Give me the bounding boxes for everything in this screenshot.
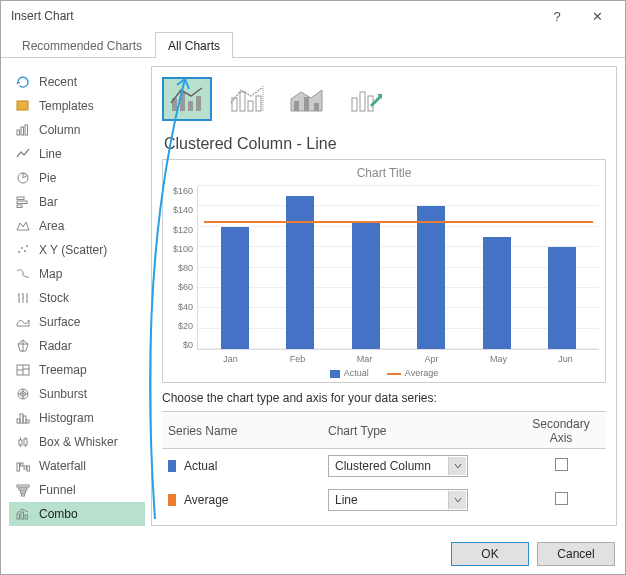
sidebar-item-label: X Y (Scatter) — [39, 243, 107, 257]
map-icon — [15, 266, 31, 282]
svg-rect-7 — [17, 205, 22, 208]
area-icon — [15, 218, 31, 234]
series-instruction: Choose the chart type and axis for your … — [162, 391, 606, 405]
plot-area — [197, 186, 599, 350]
column-icon — [15, 122, 31, 138]
sidebar-item-histogram[interactable]: Histogram — [9, 406, 145, 430]
sidebar-item-label: Waterfall — [39, 459, 86, 473]
svg-point-11 — [26, 245, 28, 247]
svg-rect-5 — [17, 197, 24, 200]
svg-point-8 — [18, 251, 20, 253]
sidebar-item-recent[interactable]: Recent — [9, 70, 145, 94]
svg-rect-37 — [240, 92, 245, 111]
titlebar: Insert Chart ? ✕ — [1, 1, 625, 31]
col-secondary-axis: Secondary Axis — [516, 412, 606, 449]
sidebar-item-scatter[interactable]: X Y (Scatter) — [9, 238, 145, 262]
svg-rect-6 — [17, 201, 27, 204]
sidebar-item-bar[interactable]: Bar — [9, 190, 145, 214]
chart-type-name: Clustered Column - Line — [164, 135, 606, 153]
sidebar-item-stock[interactable]: Stock — [9, 286, 145, 310]
sidebar-item-line[interactable]: Line — [9, 142, 145, 166]
histogram-icon — [15, 410, 31, 426]
sidebar-item-label: Recent — [39, 75, 77, 89]
close-button[interactable]: ✕ — [577, 9, 617, 24]
tab-recommended[interactable]: Recommended Charts — [9, 32, 155, 58]
sidebar-item-column[interactable]: Column — [9, 118, 145, 142]
chart-type-select-actual[interactable]: Clustered Column — [328, 455, 468, 477]
svg-rect-35 — [196, 96, 201, 111]
svg-rect-19 — [19, 440, 22, 445]
sidebar-item-label: Column — [39, 123, 80, 137]
legend: Actual Average — [169, 364, 599, 380]
subtype-clustered-column-line[interactable] — [162, 77, 212, 121]
sidebar-item-boxwhisker[interactable]: Box & Whisker — [9, 430, 145, 454]
sidebar-item-area[interactable]: Area — [9, 214, 145, 238]
svg-rect-28 — [22, 494, 25, 496]
svg-rect-1 — [17, 130, 20, 135]
series-table: Series Name Chart Type Secondary Axis Ac… — [162, 411, 606, 517]
svg-rect-38 — [248, 101, 253, 111]
surface-icon — [15, 314, 31, 330]
legend-label-average: Average — [405, 368, 438, 378]
subtype-custom-combo[interactable] — [342, 77, 392, 121]
svg-rect-24 — [27, 466, 30, 471]
sidebar-item-sunburst[interactable]: Sunburst — [9, 382, 145, 406]
subtype-clustered-column-line-secondary[interactable] — [222, 77, 272, 121]
combo-icon — [15, 506, 31, 522]
series-row: Actual Clustered Column — [162, 449, 606, 484]
sidebar-item-surface[interactable]: Surface — [9, 310, 145, 334]
chevron-down-icon — [448, 457, 466, 475]
svg-rect-2 — [21, 127, 24, 135]
x-axis: JanFebMarAprMayJun — [197, 354, 599, 364]
ok-button[interactable]: OK — [451, 542, 529, 566]
sidebar-item-templates[interactable]: Templates — [9, 94, 145, 118]
radar-icon — [15, 338, 31, 354]
sidebar-item-label: Surface — [39, 315, 80, 329]
sunburst-icon — [15, 386, 31, 402]
svg-rect-18 — [26, 420, 29, 423]
sidebar-item-label: Templates — [39, 99, 94, 113]
sidebar-item-label: Sunburst — [39, 387, 87, 401]
sidebar-item-combo[interactable]: Combo — [9, 502, 145, 526]
chevron-down-icon — [448, 491, 466, 509]
sidebar-item-treemap[interactable]: Treemap — [9, 358, 145, 382]
svg-rect-29 — [17, 514, 20, 519]
chart-type-select-average[interactable]: Line — [328, 489, 468, 511]
sidebar-item-map[interactable]: Map — [9, 262, 145, 286]
svg-rect-44 — [352, 98, 357, 111]
tabstrip: Recommended Charts All Charts — [1, 31, 625, 58]
sidebar-item-pie[interactable]: Pie — [9, 166, 145, 190]
sidebar-item-label: Combo — [39, 507, 78, 521]
sidebar-item-radar[interactable]: Radar — [9, 334, 145, 358]
tab-all-charts[interactable]: All Charts — [155, 32, 233, 58]
svg-rect-39 — [256, 96, 261, 111]
cancel-button[interactable]: Cancel — [537, 542, 615, 566]
svg-rect-31 — [25, 515, 28, 519]
scatter-icon — [15, 242, 31, 258]
chart-preview[interactable]: Chart Title $160$140$120$100$80$60$40$20… — [162, 159, 606, 383]
sidebar-item-waterfall[interactable]: Waterfall — [9, 454, 145, 478]
sidebar-item-label: Treemap — [39, 363, 87, 377]
svg-rect-43 — [314, 103, 319, 111]
legend-swatch-average — [387, 373, 401, 375]
sidebar-item-funnel[interactable]: Funnel — [9, 478, 145, 502]
y-axis: $160$140$120$100$80$60$40$20$0 — [169, 186, 197, 364]
sidebar-item-label: Box & Whisker — [39, 435, 118, 449]
secondary-axis-checkbox-actual[interactable] — [555, 458, 568, 471]
svg-rect-0 — [17, 101, 28, 110]
legend-swatch-actual — [330, 370, 340, 378]
pie-icon — [15, 170, 31, 186]
svg-rect-45 — [360, 92, 365, 111]
help-button[interactable]: ? — [537, 9, 577, 24]
series-name-text: Actual — [184, 459, 217, 473]
series-swatch — [168, 460, 176, 472]
svg-rect-26 — [19, 488, 27, 490]
bar-icon — [15, 194, 31, 210]
secondary-axis-checkbox-average[interactable] — [555, 492, 568, 505]
series-row: Average Line — [162, 483, 606, 517]
series-name-text: Average — [184, 493, 228, 507]
sidebar-item-label: Bar — [39, 195, 58, 209]
chart-type-sidebar: Recent Templates Column Line Pie Bar Are… — [9, 66, 145, 526]
subtype-stacked-area-column[interactable] — [282, 77, 332, 121]
col-chart-type: Chart Type — [322, 412, 516, 449]
